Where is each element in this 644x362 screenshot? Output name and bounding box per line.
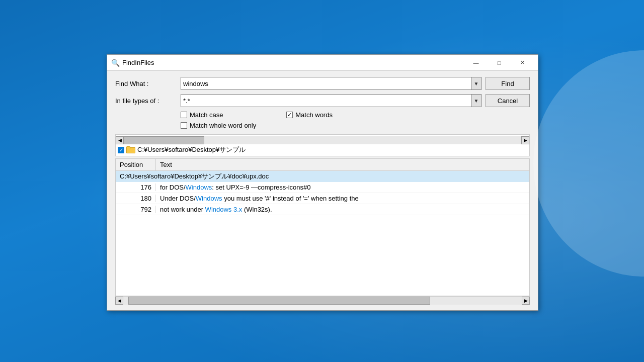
match-words-checkbox[interactable] — [286, 112, 293, 118]
top-scrollbar: ◀ ▶ — [116, 136, 529, 144]
bottom-scroll-right-btn[interactable]: ▶ — [522, 297, 530, 305]
scroll-thumb[interactable] — [124, 136, 204, 144]
file-types-combobox[interactable]: *.* ▼ — [181, 94, 481, 107]
maximize-button[interactable]: □ — [488, 55, 511, 71]
result-text: for DOS/Windows: set UPX=-9 —compress-ic… — [156, 184, 529, 191]
minimize-button[interactable]: — — [464, 55, 488, 71]
app-icon: 🔍 — [111, 59, 119, 67]
text-before: not work under — [160, 206, 205, 213]
text-header: Text — [156, 159, 529, 170]
position-header: Position — [116, 159, 156, 170]
cancel-button[interactable]: Cancel — [486, 94, 530, 107]
bottom-scrollbar: ◀ ▶ — [115, 296, 530, 304]
table-row[interactable]: 792 not work under Windows 3.x (Win32s). — [116, 204, 529, 215]
dialog-window: 🔍 FindInFiles — □ ✕ Find What : windows … — [107, 54, 538, 311]
dialog-content: Find What : windows ▼ Find In file types… — [107, 71, 538, 310]
bottom-scroll-thumb[interactable] — [128, 297, 430, 305]
result-text: Under DOS/Windows you must use '#' inste… — [156, 195, 529, 202]
match-words-item: Match words — [286, 111, 333, 119]
text-after: you must use '#' instead of '=' when set… — [222, 195, 359, 202]
highlighted-match: Windows — [186, 184, 212, 191]
result-text: not work under Windows 3.x (Win32s). — [156, 206, 529, 213]
folder-icon — [126, 146, 135, 153]
highlighted-match: Windows — [196, 195, 222, 202]
find-what-value: windows — [183, 80, 469, 87]
results-body: C:¥Users¥softaro¥Desktop¥サンプル¥doc¥upx.do… — [116, 171, 529, 296]
find-button[interactable]: Find — [486, 77, 530, 90]
left-checkboxes: Match case Match whole word only — [181, 111, 256, 129]
bottom-scroll-left-btn[interactable]: ◀ — [115, 297, 123, 305]
file-types-label: In file types of : — [115, 97, 181, 105]
scroll-right-btn[interactable]: ▶ — [521, 136, 529, 144]
results-area: Position Text C:¥Users¥softaro¥Desktop¥サ… — [115, 158, 530, 296]
file-types-wrapper: *.* ▼ — [181, 94, 481, 107]
results-file-path: C:¥Users¥softaro¥Desktop¥サンプル¥doc¥upx.do… — [116, 171, 529, 182]
dialog-title: FindInFiles — [122, 59, 464, 66]
right-checkboxes: Match words — [286, 111, 333, 129]
text-after: (Win32s). — [242, 206, 272, 213]
find-what-combobox[interactable]: windows ▼ — [181, 77, 481, 90]
filepath-text: C:¥Users¥softaro¥Desktop¥サンプル — [137, 145, 246, 154]
file-types-dropdown-arrow[interactable]: ▼ — [471, 95, 481, 107]
match-case-item: Match case — [181, 111, 256, 119]
match-case-label: Match case — [190, 111, 223, 119]
file-types-value: *.* — [183, 97, 469, 105]
file-types-row: In file types of : *.* ▼ Cancel — [115, 94, 530, 107]
filepath-row: ✓ C:¥Users¥softaro¥Desktop¥サンプル — [116, 144, 529, 156]
results-header: Position Text — [116, 159, 529, 171]
find-what-row: Find What : windows ▼ Find — [115, 77, 530, 90]
scroll-track[interactable] — [124, 136, 521, 144]
filepath-container: ◀ ▶ ✓ C:¥Users¥softaro¥Desktop¥サンプル — [115, 134, 530, 156]
match-case-checkbox[interactable] — [181, 112, 187, 118]
match-whole-word-item: Match whole word only — [181, 122, 256, 129]
checkboxes-area: Match case Match whole word only Match w… — [181, 111, 530, 129]
result-position: 180 — [116, 195, 156, 202]
filepath-checkbox[interactable]: ✓ — [118, 147, 124, 153]
text-before: for DOS/ — [160, 184, 186, 191]
table-row[interactable]: 176 for DOS/Windows: set UPX=-9 —compres… — [116, 182, 529, 193]
match-whole-word-label: Match whole word only — [190, 122, 256, 129]
find-what-dropdown-arrow[interactable]: ▼ — [471, 77, 481, 89]
match-words-label: Match words — [295, 111, 333, 119]
match-whole-word-checkbox[interactable] — [181, 122, 187, 129]
close-button[interactable]: ✕ — [511, 55, 534, 71]
find-what-label: Find What : — [115, 80, 181, 87]
scroll-left-btn[interactable]: ◀ — [116, 136, 124, 144]
find-what-wrapper: windows ▼ — [181, 77, 481, 90]
bottom-scroll-track[interactable] — [123, 297, 522, 305]
window-controls: — □ ✕ — [464, 55, 534, 71]
text-before: Under DOS/ — [160, 195, 196, 202]
highlighted-match: Windows 3.x — [205, 206, 243, 213]
result-position: 176 — [116, 184, 156, 191]
table-row[interactable]: 180 Under DOS/Windows you must use '#' i… — [116, 193, 529, 204]
text-after: : set UPX=-9 —compress-icons#0 — [212, 184, 310, 191]
desktop: 🔍 FindInFiles — □ ✕ Find What : windows … — [0, 0, 644, 362]
title-bar: 🔍 FindInFiles — □ ✕ — [107, 55, 538, 71]
result-position: 792 — [116, 206, 156, 213]
